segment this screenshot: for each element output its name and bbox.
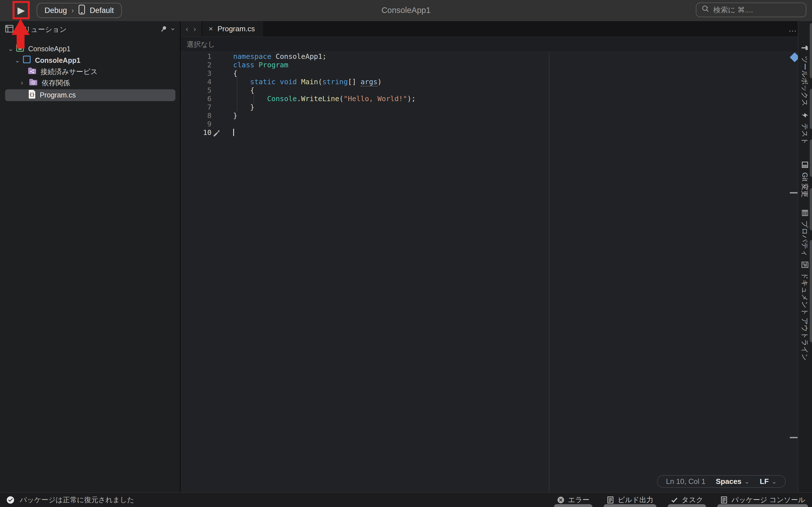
document-outline-icon [801, 261, 809, 269]
caret-position: Ln 10, Col 1 [666, 477, 705, 486]
line-number: 5 [181, 86, 211, 95]
line-ending-dropdown[interactable]: LF ⌄ [760, 477, 777, 486]
column-ruler [549, 52, 550, 492]
build-output-icon [606, 496, 614, 504]
code-line[interactable]: 3{ [181, 69, 798, 78]
tab-label: ドキュメント アウトライン [801, 272, 810, 361]
tree-item-dependencies[interactable]: › 依存関係 [21, 77, 70, 89]
status-message: パッケージは正常に復元されました [20, 495, 134, 504]
pin-icon[interactable] [160, 25, 167, 34]
search-placeholder: 検索に ⌘.... [713, 5, 753, 15]
editor-region: ‹ › × Program.cs … 選択なし 1namespace Conso… [181, 21, 798, 492]
breadcrumb[interactable]: 選択なし [181, 37, 798, 52]
code-line[interactable]: 2class Program [181, 61, 798, 69]
code-line[interactable]: 1namespace ConsoleApp1; [181, 52, 798, 61]
tab-edge-pill [810, 240, 812, 342]
tree-item-connected-services[interactable]: 接続済みサービス [28, 66, 98, 77]
nav-forward-icon[interactable]: › [193, 24, 196, 34]
csharp-file-icon: {} [28, 90, 36, 101]
code-text: } [211, 103, 254, 112]
tree-item-program-cs[interactable]: {} Program.cs [28, 89, 76, 101]
tab-label: プロパティ [801, 221, 810, 257]
run-button[interactable]: ▶ [13, 2, 29, 18]
dock-label: エラー [568, 495, 590, 504]
dock-pill [668, 504, 706, 507]
code-text: class Program [211, 61, 289, 69]
code-line[interactable]: 8} [181, 112, 798, 120]
dependencies-folder-icon [29, 78, 38, 88]
properties-icon [801, 209, 809, 217]
tab-edge-pill [810, 188, 812, 230]
code-line[interactable]: 9 [181, 120, 798, 128]
error-icon [557, 496, 565, 504]
tree-item-solution[interactable]: ⌄ ConsoleApp1 [8, 43, 70, 54]
line-number: 3 [181, 69, 211, 78]
dock-label: タスク [682, 495, 703, 504]
quick-fix-icon[interactable] [213, 129, 220, 137]
tab-nav-buttons: ‹ › [181, 21, 201, 37]
chevron-right-icon[interactable]: › [21, 79, 28, 87]
code-text [211, 120, 233, 128]
package-console-icon [720, 496, 728, 504]
chevron-down-icon[interactable]: ⌄ [8, 45, 15, 53]
code-line[interactable]: 6 Console.WriteLine("Hello, World!"); [181, 95, 798, 103]
dock-tasks-button[interactable]: タスク [670, 493, 703, 507]
bottom-dock-bar: エラー ビルド出力 タスク パッケージ コンソール [557, 493, 805, 507]
chevron-down-icon[interactable]: ⌄ [15, 57, 22, 64]
dock-errors-button[interactable]: エラー [557, 493, 590, 507]
solution-pad-header: ソリューション ⌄ [0, 21, 180, 37]
indentation-value: Spaces [716, 477, 742, 486]
code-line[interactable]: 7 } [181, 103, 798, 112]
dock-package-console-button[interactable]: パッケージ コンソール [720, 493, 805, 507]
window-title: ConsoleApp1 [0, 0, 812, 20]
tab-edge-pill [810, 23, 812, 78]
code-text: { [211, 86, 254, 95]
code-line[interactable]: 10 [181, 128, 798, 137]
tree-item-label: ConsoleApp1 [28, 45, 70, 53]
editor-tab-bar: ‹ › × Program.cs … [181, 21, 798, 37]
solution-pad-icon [5, 24, 13, 34]
svg-text:{}: {} [29, 92, 35, 97]
play-icon: ▶ [17, 4, 25, 16]
tab-label: ツールボックス [801, 56, 810, 107]
target-label: Default [90, 6, 114, 15]
code-line[interactable]: 5 { [181, 86, 798, 95]
solution-explorer: ソリューション ⌄ ⌄ ConsoleApp1 ⌄ ConsoleApp1 接続… [0, 21, 180, 492]
code-editor[interactable]: 1namespace ConsoleApp1;2class Program3{4… [181, 52, 798, 492]
line-number: 2 [181, 61, 211, 69]
code-line[interactable]: 4 static void Main(string[] args) [181, 78, 798, 86]
project-icon [22, 55, 31, 65]
tab-label: Git 変更 [801, 172, 810, 198]
tab-program-cs[interactable]: × Program.cs [202, 21, 263, 37]
tab-title: Program.cs [217, 24, 255, 33]
chevron-down-icon: ⌄ [772, 478, 777, 485]
hammer-icon [801, 45, 809, 52]
device-icon [79, 4, 85, 17]
tree-item-label: 接続済みサービス [41, 67, 98, 76]
tree-item-project[interactable]: ⌄ ConsoleApp1 [15, 55, 80, 66]
dock-pill [604, 504, 656, 507]
search-input[interactable]: 検索に ⌘.... [696, 3, 806, 17]
indentation-dropdown[interactable]: Spaces ⌄ [716, 477, 750, 486]
tab-edge-pill [810, 139, 812, 177]
tree-item-label: Program.cs [40, 91, 76, 99]
dock-pill [554, 504, 592, 507]
run-configuration-selector[interactable]: Debug › Default [37, 3, 122, 18]
tree-item-label: ConsoleApp1 [35, 56, 80, 64]
scrollbar-mark[interactable] [790, 437, 798, 438]
scrollbar-mark[interactable] [790, 192, 798, 193]
line-ending-value: LF [760, 477, 769, 486]
dock-pill [717, 504, 808, 507]
dock-build-output-button[interactable]: ビルド出力 [606, 493, 654, 507]
nav-back-icon[interactable]: ‹ [186, 24, 188, 34]
code-text: { [211, 69, 238, 78]
git-changes-icon [801, 161, 809, 168]
success-check-icon [6, 496, 15, 504]
collapse-all-icon[interactable]: ⌄ [170, 23, 176, 32]
tree-item-label: 依存関係 [42, 78, 70, 88]
breadcrumb-text: 選択なし [187, 40, 215, 49]
chevron-down-icon: ⌄ [744, 478, 749, 485]
connected-services-folder-icon [28, 67, 37, 76]
close-tab-icon[interactable]: × [209, 24, 213, 33]
line-number: 8 [181, 112, 211, 120]
